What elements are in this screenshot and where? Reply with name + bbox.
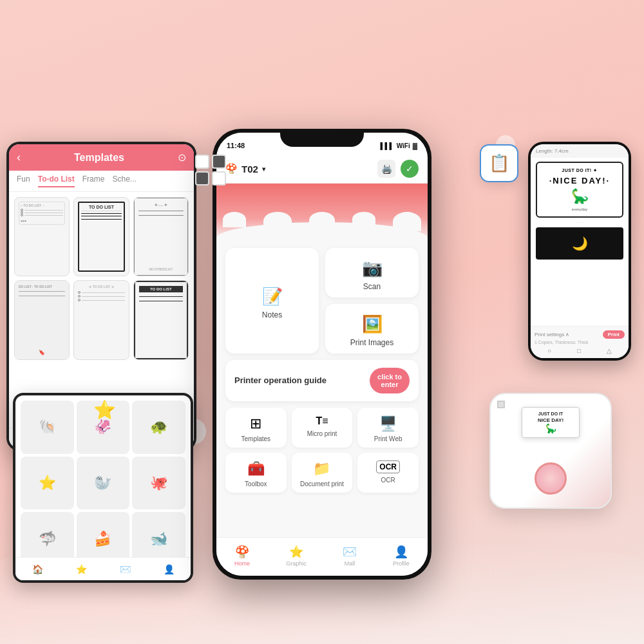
animal-cell-3[interactable]: 🐢 bbox=[132, 401, 185, 454]
tab-frame[interactable]: Frame bbox=[82, 175, 105, 187]
toolbox-icon: 🧰 bbox=[247, 460, 265, 477]
phone-screen: 11:48 ▌▌▌ WiFi ▓ 🍄 T02 ▾ 🖨️ ✓ bbox=[216, 133, 428, 576]
wifi-icon: WiFi bbox=[397, 142, 410, 149]
printer-button[interactable]: 🖨️ bbox=[377, 160, 395, 178]
animal-profile-icon[interactable]: 👤 bbox=[164, 564, 175, 574]
tab-bar: Fun To-do List Frame Sche... bbox=[9, 171, 194, 192]
just-do-it-text: JUST DO IT! ✦ bbox=[562, 168, 597, 173]
rphone-header: Length: 7.4cm bbox=[531, 144, 629, 158]
copies-info: 1 Copies, Thickness: Thick bbox=[535, 340, 625, 345]
animal-bottom-bar: 🏠 ⭐ ✉️ 👤 bbox=[15, 557, 191, 580]
templates-card[interactable]: ⊞ Templates bbox=[225, 408, 287, 448]
printer-chassis: JUST DO IT NICE DAY! 🦕 bbox=[489, 393, 612, 509]
animal-grid: 🐚 🦑 🐢 ⭐ 🦭 🐙 🦈 🍰 🐋 bbox=[15, 395, 191, 571]
nice-day-card: JUST DO IT! ✦ ·NICE DAY!· 🦕 everyday bbox=[536, 162, 623, 218]
sq-icon-1 bbox=[195, 155, 209, 169]
ocr-label: OCR bbox=[381, 477, 395, 484]
toolbox-card[interactable]: 🧰 Toolbox bbox=[225, 453, 287, 493]
sq-icon-3 bbox=[195, 171, 209, 185]
home-icon: 🍄 bbox=[235, 545, 249, 559]
everyday-text: everyday bbox=[572, 207, 587, 211]
tab-schedule[interactable]: Sche... bbox=[112, 175, 136, 187]
print-settings-label: Print settings ∧ bbox=[535, 332, 569, 337]
rphone-nav-btn1[interactable]: ○ bbox=[547, 347, 551, 354]
micro-print-card[interactable]: T≡ Micro print bbox=[292, 408, 353, 448]
doc-print-icon: 📁 bbox=[313, 460, 330, 477]
printer-main-button[interactable] bbox=[535, 462, 567, 495]
printer-body: JUST DO IT NICE DAY! 🦕 bbox=[489, 380, 618, 509]
status-time: 11:48 bbox=[227, 142, 245, 149]
nav-home-label: Home bbox=[234, 560, 250, 567]
animal-star-icon[interactable]: ⭐ bbox=[76, 564, 87, 574]
profile-icon: 👤 bbox=[394, 545, 408, 559]
animal-cell-6[interactable]: 🐙 bbox=[132, 457, 185, 510]
check-button[interactable]: ✓ bbox=[401, 160, 419, 178]
micro-print-label: Micro print bbox=[307, 430, 337, 437]
mushroom-icon: 🍄 bbox=[225, 163, 238, 175]
template-cell-3[interactable]: ✦—✦ NO.9789331147 bbox=[133, 197, 189, 276]
note-float-icon: 📋 bbox=[489, 153, 509, 173]
nav-graphic[interactable]: ⭐ Graphic bbox=[286, 545, 307, 567]
animal-cell-5[interactable]: 🦭 bbox=[77, 457, 130, 510]
sq-icon-2 bbox=[212, 155, 226, 169]
bottom-nav: 🍄 Home ⭐ Graphic ✉️ Mall 👤 Profile bbox=[216, 537, 428, 576]
phone-notch bbox=[280, 129, 364, 147]
cloud-area bbox=[216, 184, 428, 242]
left-bottom-tablet: 🐚 🦑 🐢 ⭐ 🦭 🐙 🦈 🍰 🐋 🏠 ⭐ ✉️ 👤 bbox=[13, 393, 193, 583]
signal-icon: ▌▌▌ bbox=[380, 142, 393, 149]
notes-card[interactable]: 📝 Notes bbox=[225, 248, 319, 354]
star-decoration: ⭐ bbox=[93, 399, 116, 421]
printer-lens bbox=[497, 401, 505, 408]
rphone-nav-btn3[interactable]: △ bbox=[607, 347, 612, 354]
template-cell-5[interactable]: ≋ TO DO LIST ≋ bbox=[73, 280, 129, 359]
templates-header: ‹ Templates ⊙ bbox=[9, 144, 194, 171]
bottom-icon-grid: ⊞ Templates T≡ Micro print 🖥️ Print Web … bbox=[225, 408, 419, 493]
toolbox-label: Toolbox bbox=[245, 480, 267, 488]
animal-cell-1[interactable]: 🐚 bbox=[21, 401, 74, 454]
tab-fun[interactable]: Fun bbox=[17, 175, 30, 187]
dropdown-icon: ▾ bbox=[262, 166, 265, 173]
nav-mall[interactable]: ✉️ Mall bbox=[343, 545, 357, 567]
back-arrow-icon[interactable]: ‹ bbox=[17, 151, 21, 164]
micro-print-icon: T≡ bbox=[316, 415, 328, 427]
guide-enter-button[interactable]: click toenter bbox=[370, 368, 410, 393]
sq-icon-4 bbox=[212, 171, 226, 185]
doc-print-label: Document print bbox=[300, 480, 344, 488]
mall-icon: ✉️ bbox=[343, 545, 357, 559]
app-content: 📝 Notes 📷 Scan 🖼️ Print Images Printer o… bbox=[216, 242, 428, 506]
nav-home[interactable]: 🍄 Home bbox=[234, 545, 250, 567]
dark-bottom-area: 🌙 bbox=[536, 227, 623, 260]
app-title: T02 bbox=[242, 164, 258, 175]
doc-print-card[interactable]: 📁 Document print bbox=[292, 453, 353, 493]
paper-text-2: NICE DAY! bbox=[525, 417, 576, 423]
scan-card[interactable]: 📷 Scan bbox=[325, 248, 419, 298]
battery-icon: ▓ bbox=[413, 142, 417, 149]
print-web-icon: 🖥️ bbox=[379, 415, 397, 432]
print-images-icon: 🖼️ bbox=[362, 314, 383, 334]
animal-mail-icon[interactable]: ✉️ bbox=[120, 564, 131, 574]
tab-todo[interactable]: To-do List bbox=[38, 175, 75, 187]
templates-label: Templates bbox=[242, 435, 271, 442]
template-cell-1[interactable]: ○ TO DO LIST ··· ♥♥♥ bbox=[14, 197, 70, 276]
center-phone: 11:48 ▌▌▌ WiFi ▓ 🍄 T02 ▾ 🖨️ ✓ bbox=[213, 129, 431, 580]
search-icon[interactable]: ⊙ bbox=[178, 151, 186, 164]
printer-paper: JUST DO IT NICE DAY! 🦕 bbox=[522, 407, 580, 438]
template-cell-6[interactable]: TO DO LIST bbox=[133, 280, 189, 359]
print-web-card[interactable]: 🖥️ Print Web bbox=[357, 408, 419, 448]
template-grid: ○ TO DO LIST ··· ♥♥♥ TO DO LIST bbox=[9, 192, 194, 365]
ocr-card[interactable]: OCR OCR bbox=[357, 453, 419, 493]
print-settings-row: Print settings ∧ Print bbox=[535, 330, 625, 339]
templates-title: Templates bbox=[26, 152, 173, 164]
nav-profile-label: Profile bbox=[393, 560, 410, 567]
rphone-nav-btn2[interactable]: □ bbox=[577, 347, 581, 354]
animal-cell-4[interactable]: ⭐ bbox=[21, 457, 74, 510]
template-cell-4[interactable]: DO LIST · TO DO LIST 🔖 bbox=[14, 280, 70, 359]
template-cell-2[interactable]: TO DO LIST bbox=[73, 197, 129, 276]
note-float-card: 📋 bbox=[480, 144, 518, 182]
print-button[interactable]: Print bbox=[603, 330, 625, 339]
sq-icons-group bbox=[195, 155, 226, 185]
nav-profile[interactable]: 👤 Profile bbox=[393, 545, 410, 567]
print-images-card[interactable]: 🖼️ Print Images bbox=[325, 304, 419, 354]
animal-home-icon[interactable]: 🏠 bbox=[32, 564, 43, 574]
printer-device: JUST DO IT NICE DAY! 🦕 bbox=[489, 380, 625, 522]
